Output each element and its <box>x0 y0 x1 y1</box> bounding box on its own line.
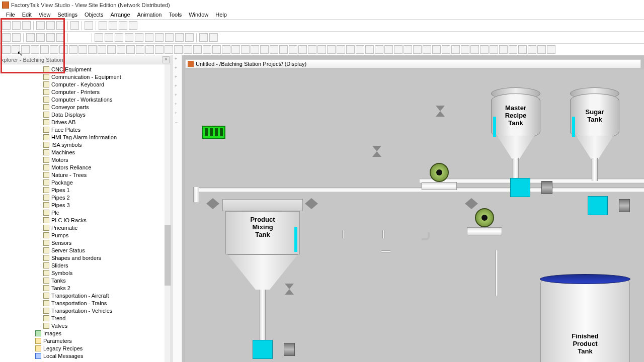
tb-3-43[interactable] <box>413 45 422 54</box>
tb-3-11[interactable] <box>107 45 116 54</box>
tree-item[interactable]: Nature - Trees <box>0 171 171 178</box>
tb-3-56[interactable] <box>537 45 546 54</box>
explorer-close-icon[interactable]: × <box>163 56 170 63</box>
tree-item[interactable]: Sliders <box>0 261 171 269</box>
tree-item[interactable]: Machines <box>0 148 171 156</box>
tree-item[interactable]: Pipes 1 <box>0 186 171 194</box>
tb-3-5[interactable] <box>50 45 58 54</box>
tb-3-54[interactable] <box>518 45 527 54</box>
tb-3-24[interactable] <box>231 45 240 54</box>
tb-3-19[interactable] <box>184 45 192 54</box>
tb-3-13[interactable] <box>126 45 135 54</box>
tree-scrollbar[interactable] <box>165 64 171 362</box>
tb-3-47[interactable] <box>451 45 460 54</box>
tree-item[interactable]: Transportation - Vehicles <box>0 307 171 314</box>
tb-1-11[interactable] <box>119 21 127 30</box>
tree-item[interactable]: HMI Tag Alarm Information <box>0 133 171 141</box>
tb-1-3[interactable] <box>22 21 31 30</box>
tree-item-images[interactable]: Images <box>0 329 171 337</box>
tree-item[interactable]: Pumps <box>0 231 171 239</box>
tree-item[interactable]: Transportation - Trains <box>0 299 171 307</box>
tree-item-local[interactable]: Local Messages <box>0 352 171 359</box>
tb-3-2[interactable] <box>21 45 30 54</box>
tb-3-57[interactable] <box>547 45 555 54</box>
tree-item[interactable]: Tanks <box>0 277 171 284</box>
tree-item[interactable]: Computer - Workstations <box>0 96 171 103</box>
tb-1-12[interactable] <box>129 21 137 30</box>
tb-3-26[interactable] <box>251 45 259 54</box>
tree-item[interactable]: Motors Reliance <box>0 163 171 171</box>
tree-item[interactable]: PLC IO Racks <box>0 216 171 224</box>
menu-help[interactable]: Help <box>212 11 230 18</box>
tree-item[interactable]: Motors <box>0 156 171 163</box>
tree-item[interactable]: Face Plates <box>0 126 171 133</box>
tree-item[interactable]: Pipes 2 <box>0 194 171 201</box>
tree-item[interactable]: Valves <box>0 322 171 329</box>
tb-1-8[interactable] <box>85 21 93 30</box>
menu-objects[interactable]: Objects <box>82 11 106 18</box>
tb-3-55[interactable] <box>528 45 536 54</box>
tree-item[interactable]: Plc <box>0 209 171 216</box>
tb-3-6[interactable] <box>59 45 68 54</box>
tb-2-16[interactable] <box>209 33 218 42</box>
explorer-tree[interactable]: CNC EquipmentCommunication - EquipmentCo… <box>0 64 171 362</box>
tb-2-4[interactable] <box>56 33 65 42</box>
menu-window[interactable]: Window <box>186 11 211 18</box>
tb-3-29[interactable] <box>279 45 288 54</box>
tb-1-7[interactable] <box>70 21 79 30</box>
tb-3-42[interactable] <box>404 45 412 54</box>
tb-1-4[interactable] <box>36 21 45 30</box>
tree-item[interactable]: Pneumatic <box>0 224 171 231</box>
tb-3-34[interactable] <box>327 45 336 54</box>
tb-3-53[interactable] <box>509 45 517 54</box>
tb-3-39[interactable] <box>375 45 383 54</box>
tb-2-zoomin[interactable] <box>155 33 164 42</box>
tb-2-8[interactable] <box>105 33 113 42</box>
menu-arrange[interactable]: Arrange <box>107 11 133 18</box>
canvas-body[interactable]: Master Recipe Tank Sugar Tank <box>185 69 644 362</box>
tree-item[interactable]: Computer - Printers <box>0 88 171 96</box>
tree-item[interactable]: Server Status <box>0 246 171 254</box>
tb-2-15[interactable] <box>199 33 208 42</box>
tb-1-2[interactable] <box>12 21 21 30</box>
tb-3-12[interactable] <box>117 45 125 54</box>
tb-1-9[interactable] <box>99 21 107 30</box>
tb-2-paste[interactable] <box>46 33 55 42</box>
tb-2-11[interactable] <box>135 33 143 42</box>
tree-item[interactable]: Shapes and borders <box>0 254 171 261</box>
tb-3-46[interactable] <box>442 45 450 54</box>
tb-3-44[interactable] <box>423 45 431 54</box>
tree-item[interactable]: Tanks 2 <box>0 284 171 292</box>
tb-3-32[interactable] <box>308 45 316 54</box>
menu-settings[interactable]: Settings <box>54 11 80 18</box>
tb-2-12[interactable] <box>145 33 153 42</box>
tree-item[interactable]: Package <box>0 178 171 186</box>
tb-3-8[interactable] <box>78 45 87 54</box>
menu-animation[interactable]: Animation <box>134 11 165 18</box>
tb-3-31[interactable] <box>298 45 307 54</box>
tb-3-3[interactable] <box>31 45 39 54</box>
tb-2-13[interactable] <box>175 33 184 42</box>
tb-3-23[interactable] <box>222 45 230 54</box>
tb-1-1[interactable] <box>2 21 11 30</box>
tb-2-7[interactable] <box>95 33 103 42</box>
tb-3-36[interactable] <box>346 45 355 54</box>
tb-3-38[interactable] <box>365 45 374 54</box>
canvas-display[interactable]: Untitled - /Batching Station Project// (… <box>182 55 644 362</box>
tree-item[interactable]: ISA symbols <box>0 141 171 148</box>
tb-3-18[interactable] <box>174 45 183 54</box>
menu-tools[interactable]: Tools <box>166 11 185 18</box>
tb-3-15[interactable] <box>145 45 154 54</box>
tree-item[interactable]: Symbols <box>0 269 171 277</box>
tb-3-51[interactable] <box>490 45 498 54</box>
tb-3-17[interactable] <box>165 45 173 54</box>
tb-3-9[interactable] <box>88 45 97 54</box>
tb-3-50[interactable] <box>480 45 489 54</box>
menu-edit[interactable]: Edit <box>19 11 35 18</box>
tree-item-parameters[interactable]: Parameters <box>0 337 171 344</box>
tb-2-10[interactable] <box>125 33 133 42</box>
tb-2-5[interactable] <box>70 33 79 42</box>
tb-3-4[interactable] <box>40 45 49 54</box>
tb-3-35[interactable] <box>337 45 345 54</box>
tb-3-7[interactable] <box>69 45 77 54</box>
